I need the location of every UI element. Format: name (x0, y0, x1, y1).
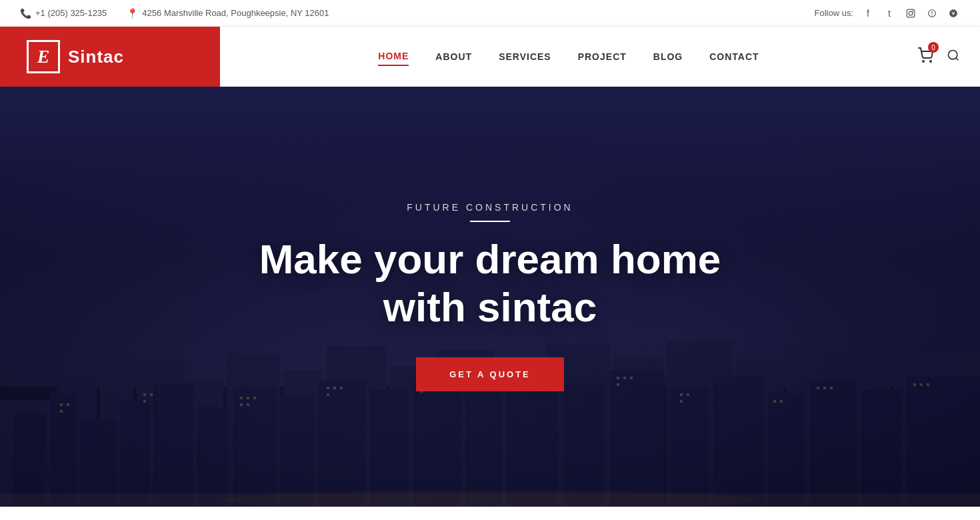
get-quote-button[interactable]: GET A QUOTE (416, 357, 564, 391)
svg-point-1 (909, 11, 913, 15)
address-contact: 📍 4256 Marshville Road, Poughkeepsie, NY… (127, 8, 329, 19)
svg-rect-50 (150, 393, 153, 396)
hero-subtitle: FUTURE CONSTRUCTION (259, 202, 721, 213)
svg-rect-81 (920, 383, 923, 386)
phone-icon: 📞 (20, 8, 31, 19)
wordpress-icon[interactable] (947, 7, 960, 20)
svg-rect-34 (370, 390, 409, 507)
search-icon (947, 49, 960, 62)
nav-item-home[interactable]: HOME (378, 47, 409, 66)
follow-label: Follow us: (814, 8, 853, 18)
hero-title-line1: Make your dream home (259, 236, 721, 282)
facebook-icon[interactable]: f (861, 7, 875, 20)
svg-rect-74 (680, 400, 683, 403)
svg-rect-35 (413, 377, 461, 507)
svg-rect-55 (240, 403, 243, 406)
svg-rect-73 (687, 393, 689, 396)
svg-rect-72 (680, 393, 683, 396)
phone-contact: 📞 +1 (205) 325-1235 (20, 8, 107, 19)
svg-rect-38 (563, 383, 605, 507)
svg-rect-32 (280, 397, 315, 507)
cart-button[interactable]: 0 (917, 47, 933, 66)
svg-rect-56 (247, 403, 249, 406)
svg-rect-52 (240, 397, 243, 399)
svg-rect-51 (143, 400, 146, 403)
top-bar-right: Follow us: f t (814, 7, 960, 20)
hero-section: FUTURE CONSTRUCTION Make your dream home… (0, 87, 980, 507)
logo-box: E (27, 40, 60, 73)
svg-rect-29 (153, 383, 193, 507)
top-bar: 📞 +1 (205) 325-1235 📍 4256 Marshville Ro… (0, 0, 980, 27)
logo-name: Sintac (68, 47, 124, 67)
nav-menu: HOME ABOUT SERVICES PROJECT BLOG CONTACT (220, 47, 917, 66)
svg-rect-80 (913, 383, 916, 386)
hero-title-line2: with sintac (383, 284, 597, 330)
nav-item-blog[interactable]: BLOG (653, 48, 683, 65)
hero-divider (470, 221, 510, 222)
svg-rect-33 (319, 380, 365, 507)
svg-rect-79 (830, 387, 833, 389)
svg-rect-44 (861, 390, 901, 507)
svg-point-4 (930, 61, 931, 62)
skype-icon[interactable] (925, 7, 939, 20)
nav-item-project[interactable]: PROJECT (578, 48, 627, 65)
search-button[interactable] (947, 49, 960, 65)
svg-rect-49 (143, 393, 146, 396)
svg-rect-41 (713, 377, 763, 507)
svg-rect-25 (13, 413, 47, 507)
hero-title: Make your dream home with sintac (259, 235, 721, 331)
svg-rect-31 (233, 387, 277, 507)
cart-badge: 0 (928, 42, 939, 53)
svg-rect-60 (327, 393, 329, 396)
svg-rect-78 (823, 387, 826, 389)
svg-point-2 (913, 10, 914, 11)
twitter-icon[interactable]: t (883, 7, 896, 20)
svg-rect-46 (60, 403, 63, 406)
instagram-icon[interactable] (904, 7, 917, 20)
logo-area[interactable]: E Sintac (0, 27, 220, 87)
nav-right: 0 (917, 47, 980, 66)
location-icon: 📍 (127, 8, 138, 19)
svg-rect-36 (465, 393, 502, 507)
svg-rect-75 (773, 400, 776, 403)
svg-rect-47 (67, 403, 69, 406)
svg-rect-26 (50, 393, 77, 507)
svg-rect-82 (927, 383, 929, 386)
svg-rect-28 (120, 400, 150, 507)
svg-rect-53 (247, 397, 249, 399)
logo-letter: E (37, 46, 50, 67)
nav-item-services[interactable]: SERVICES (499, 48, 551, 65)
svg-rect-37 (507, 373, 559, 507)
svg-rect-42 (768, 393, 805, 507)
svg-rect-43 (810, 380, 857, 507)
svg-rect-76 (780, 400, 783, 403)
hero-content: FUTURE CONSTRUCTION Make your dream home… (259, 202, 721, 391)
svg-rect-48 (60, 410, 63, 413)
nav-item-about[interactable]: ABOUT (435, 48, 472, 65)
nav-item-contact[interactable]: CONTACT (709, 48, 759, 65)
svg-point-5 (949, 50, 957, 59)
top-bar-left: 📞 +1 (205) 325-1235 📍 4256 Marshville Ro… (20, 8, 329, 19)
svg-rect-40 (670, 387, 709, 507)
svg-rect-54 (253, 397, 256, 399)
svg-rect-30 (197, 407, 229, 507)
address-text: 4256 Marshville Road, Poughkeepsie, NY 1… (142, 8, 329, 18)
phone-number: +1 (205) 325-1235 (35, 8, 107, 18)
svg-point-3 (923, 61, 924, 62)
svg-rect-77 (817, 387, 819, 389)
svg-rect-45 (907, 377, 980, 507)
navbar: E Sintac HOME ABOUT SERVICES PROJECT BLO… (0, 27, 980, 87)
